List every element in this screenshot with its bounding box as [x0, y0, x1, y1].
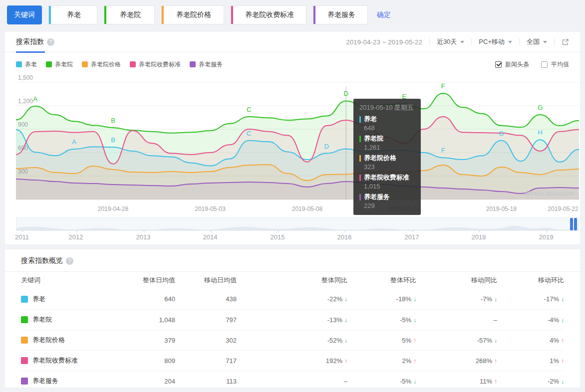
card-header: 搜索指数 ? 2019-04-23 ~ 2019-05-22 近30天 PC+移…: [5, 32, 580, 52]
legend-color-swatch: [16, 61, 22, 67]
legend-item[interactable]: 养老院: [46, 60, 73, 69]
date-range[interactable]: 2019-04-23 ~ 2019-05-22: [346, 38, 422, 46]
overview-title: 搜索指数概览: [21, 256, 63, 265]
slider-handle-left[interactable]: [570, 218, 573, 230]
help-icon[interactable]: ?: [47, 38, 54, 46]
news-toggle[interactable]: 新闻头条: [495, 60, 529, 69]
timeline-tick: [479, 230, 480, 232]
dropdown-device-label: PC+移动: [479, 37, 505, 46]
keyword-tag[interactable]: 养老服务: [313, 5, 368, 24]
timeline-year[interactable]: 2011: [15, 233, 29, 241]
keyword-name: 养老院收费标准: [32, 356, 78, 365]
legend-label: 养老院: [55, 60, 73, 69]
external-link-icon[interactable]: [562, 38, 569, 46]
confirm-link[interactable]: 确定: [377, 10, 391, 19]
legend-item[interactable]: 养老院价格: [82, 60, 121, 69]
keyword-tag[interactable]: 养老院: [104, 5, 155, 24]
checkbox-icon[interactable]: [541, 61, 548, 68]
mobile-avg-cell: 113: [175, 378, 237, 385]
timeline-year-labels: 201120122013201420152016201720182019: [5, 233, 580, 241]
tab-search-index[interactable]: 搜索指数 ?: [16, 32, 54, 52]
timeline-year[interactable]: 2013: [136, 233, 151, 241]
x-tick-label: 2019-05-22: [548, 205, 578, 212]
divider: [429, 38, 430, 45]
percent-text: –: [344, 378, 347, 385]
annotation-letter-G[interactable]: G: [499, 130, 504, 137]
annotation-letter-C[interactable]: C: [247, 130, 251, 137]
table-header-cell: 整体环比: [347, 276, 416, 285]
dropdown-duration[interactable]: 近30天: [437, 37, 464, 46]
timeline-sparkline: [16, 218, 579, 230]
timeline-year[interactable]: 2017: [405, 233, 419, 241]
keyword-tag[interactable]: 养老院价格: [161, 5, 224, 24]
timeline-slider[interactable]: [16, 217, 579, 231]
keyword-name: 养老服务: [32, 377, 58, 386]
timeline-tick: [345, 230, 345, 232]
percent-cell: -4%↓: [497, 316, 564, 324]
legend-item[interactable]: 养老院收费标准: [130, 60, 181, 69]
tooltip-item-name: 养老服务: [359, 193, 415, 201]
keyword-tag[interactable]: 养老院收费标准: [231, 5, 306, 24]
keyword-tag-label: 养老院收费标准: [245, 10, 294, 19]
keyword-cell[interactable]: 养老院价格: [21, 336, 121, 345]
annotation-letter-C[interactable]: C: [247, 106, 251, 113]
mobile-avg-cell: 302: [175, 337, 237, 344]
timeline-year[interactable]: 2016: [337, 233, 352, 241]
tooltip-item: 养老院价格323: [359, 154, 415, 171]
annotation-letter-F[interactable]: F: [441, 82, 445, 90]
keyword-color-swatch: [21, 316, 28, 323]
dropdown-region[interactable]: 全国: [527, 37, 547, 46]
legend-color-swatch: [46, 61, 52, 67]
x-tick-label: 2019-05-18: [486, 205, 517, 212]
annotation-letter-F[interactable]: F: [441, 147, 445, 154]
sparkline-area: [16, 226, 579, 230]
toggle-label: 平均值: [551, 60, 569, 69]
y-tick-label: 300: [18, 168, 28, 175]
keyword-cell[interactable]: 养老院: [21, 315, 121, 324]
tooltip-item: 养老648: [359, 115, 415, 132]
annotation-letter-B[interactable]: B: [111, 117, 115, 124]
keyword-tags: 养老养老院养老院价格养老院收费标准养老服务: [42, 5, 368, 24]
table-header-cell: 移动日均值: [175, 276, 237, 285]
mobile-avg-cell: 717: [175, 357, 237, 365]
timeline-year[interactable]: 2014: [203, 233, 218, 241]
table-header-cell: 移动同比: [416, 276, 497, 285]
percent-cell: -52%↓: [237, 337, 347, 344]
table-header-cell: 关键词: [21, 276, 121, 285]
timeline-year[interactable]: 2015: [271, 233, 285, 241]
timeline-year[interactable]: 2019: [539, 233, 554, 241]
help-icon[interactable]: ?: [66, 257, 73, 265]
annotation-letter-D[interactable]: D: [324, 143, 329, 150]
slider-handle-right[interactable]: [574, 218, 577, 230]
keyword-name: 养老: [32, 295, 45, 304]
annotation-letter-G[interactable]: G: [538, 104, 543, 111]
legend-item[interactable]: 养老: [16, 60, 37, 69]
percent-cell: -18%↓: [347, 295, 416, 303]
dropdown-device[interactable]: PC+移动: [479, 37, 512, 46]
x-tick-label: 2019-05-03: [195, 205, 225, 212]
keyword-bar: 关键词 养老养老院养老院价格养老院收费标准养老服务 确定: [7, 5, 580, 25]
percent-cell: -7%↓: [416, 295, 497, 303]
keyword-tag[interactable]: 养老: [48, 5, 97, 24]
annotation-letter-A[interactable]: A: [33, 95, 38, 103]
keyword-button[interactable]: 关键词: [7, 5, 42, 24]
percent-text: –: [494, 316, 497, 324]
annotation-letter-B[interactable]: B: [111, 136, 115, 144]
timeline-year[interactable]: 2018: [472, 233, 486, 241]
average-toggle[interactable]: 平均值: [541, 60, 569, 69]
keyword-cell[interactable]: 养老: [21, 295, 121, 304]
annotation-letter-H[interactable]: H: [538, 129, 543, 136]
chevron-down-icon: [460, 41, 464, 43]
tooltip-value: 1,015: [364, 183, 415, 190]
annotation-letter-D[interactable]: D: [344, 90, 348, 97]
percent-cell: 2%↑: [347, 357, 416, 365]
legend-item[interactable]: 养老服务: [190, 60, 223, 69]
tooltip-keyword: 养老院: [364, 134, 383, 143]
trend-chart[interactable]: ABCDEFGABCDFGH 3006009001,2001,500 2019-…: [16, 80, 579, 203]
checkbox-checked-icon[interactable]: [495, 61, 502, 68]
legend-color-swatch: [130, 61, 136, 67]
timeline-year[interactable]: 2012: [69, 233, 83, 241]
keyword-cell[interactable]: 养老服务: [21, 377, 121, 386]
annotation-letter-A[interactable]: A: [72, 138, 76, 146]
keyword-cell[interactable]: 养老院收费标准: [21, 356, 121, 365]
